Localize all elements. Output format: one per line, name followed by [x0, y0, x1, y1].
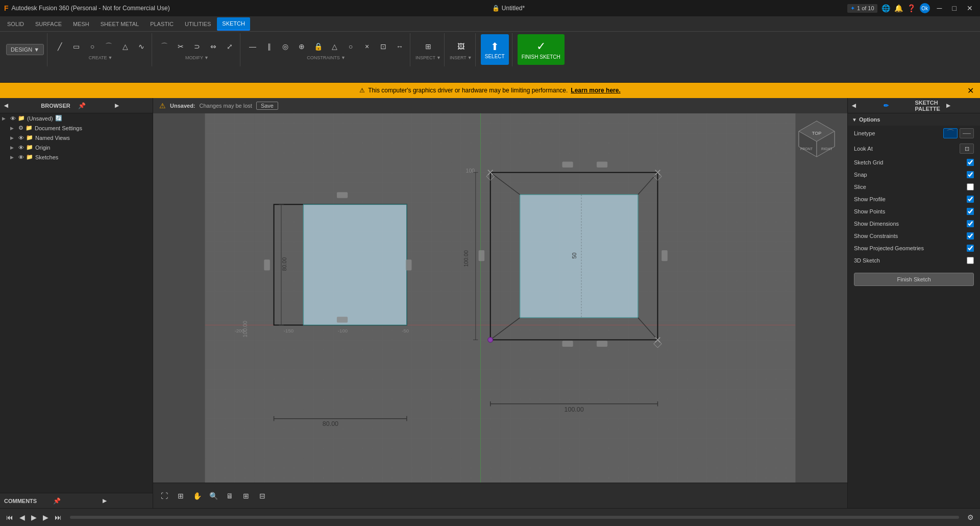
bottom-toolbar: ⛶ ⊞ ✋ 🔍 🖥 ⊞ ⊟	[153, 483, 847, 508]
constraint-concentric-button[interactable]: ◎	[278, 39, 292, 54]
tab-sheet-metal[interactable]: SHEET METAL	[95, 17, 144, 31]
close-button[interactable]: ✕	[964, 3, 976, 13]
inspect-button[interactable]: ⊞	[418, 39, 438, 54]
create-rect-button[interactable]: ▭	[69, 39, 83, 54]
palette-row-slice: Slice	[848, 181, 980, 193]
comments-collapse[interactable]: ▶	[103, 498, 149, 504]
tab-plastic[interactable]: PLASTIC	[145, 17, 179, 31]
modify-mirror-button[interactable]: ⇔	[206, 39, 220, 54]
constraint-perpendicular-button[interactable]: ⊡	[376, 39, 390, 54]
create-spline-button[interactable]: ∿	[134, 39, 149, 54]
tree-item-origin[interactable]: ▶ 👁 📁 Origin	[0, 142, 153, 152]
timeline-first-button[interactable]: ⏮	[4, 512, 15, 522]
finish-sketch-palette-button[interactable]: Finish Sketch	[854, 273, 974, 286]
show-points-checkbox[interactable]	[967, 208, 974, 215]
constraint-parallel-button[interactable]: ↔	[393, 39, 407, 54]
finish-sketch-toolbar-button[interactable]: ✓ FINISH SKETCH	[518, 34, 565, 65]
constraint-symmetric-button[interactable]: ○	[344, 39, 358, 54]
linetype-option-straight[interactable]: —	[960, 128, 974, 138]
constraint-equal-button[interactable]: △	[327, 39, 341, 54]
svg-rect-12	[303, 204, 406, 325]
show-dimensions-checkbox[interactable]	[967, 220, 974, 227]
appearance-toolbar-button[interactable]: ⊟	[255, 489, 270, 503]
modify-offset-button[interactable]: ⊃	[190, 39, 204, 54]
tab-solid[interactable]: SOLID	[2, 17, 29, 31]
show-projected-checkbox[interactable]	[967, 245, 974, 252]
snap-toolbar-button[interactable]: ⛶	[157, 489, 172, 503]
snap-checkbox[interactable]	[967, 171, 974, 178]
tree-item-sketches[interactable]: ▶ 👁 📁 Sketches	[0, 152, 153, 162]
palette-collapse-icon[interactable]: ◀	[852, 103, 881, 108]
look-at-button[interactable]: ⊡	[960, 144, 974, 154]
notification-link[interactable]: Learn more here.	[571, 87, 620, 94]
maximize-button[interactable]: □	[949, 3, 960, 13]
create-circle-button[interactable]: ○	[85, 39, 100, 54]
create-polygon-button[interactable]: △	[118, 39, 132, 54]
eye-icon-sketches[interactable]: 👁	[18, 154, 24, 160]
timeline-next-button[interactable]: ▶	[41, 512, 51, 522]
design-menu-button[interactable]: DESIGN ▼	[6, 44, 44, 55]
folder-icon-origin: 📁	[26, 144, 33, 151]
palette-row-linetype: Linetype ⌒ —	[848, 126, 980, 141]
svg-text:-200: -200	[234, 328, 244, 333]
svg-text:100.00: 100.00	[463, 250, 469, 267]
app-logo: F	[4, 4, 9, 12]
constraint-fix-button[interactable]: 🔒	[311, 39, 325, 54]
tab-surface[interactable]: SURFACE	[30, 17, 67, 31]
browser-panel-header: ◀ BROWSER 📌 ▶	[0, 98, 153, 113]
linetype-option-curved[interactable]: ⌒	[943, 128, 958, 138]
eye-icon-named[interactable]: 👁	[18, 135, 24, 141]
palette-header: ◀ ✏ SKETCH PALETTE ▶	[848, 98, 980, 113]
modify-fillet-button[interactable]: ⌒	[157, 39, 172, 54]
show-profile-checkbox[interactable]	[967, 196, 974, 203]
show-constraints-checkbox[interactable]	[967, 232, 974, 240]
eye-icon-root[interactable]: 👁	[10, 115, 16, 122]
insert-button[interactable]: 🖼	[451, 39, 471, 54]
3d-sketch-checkbox[interactable]	[967, 257, 974, 264]
browser-expand-icon[interactable]: ◀	[4, 103, 38, 108]
display-toolbar-button[interactable]: ⊞	[174, 489, 188, 503]
palette-options-header[interactable]: ▼ Options	[848, 113, 980, 126]
modify-scale-button[interactable]: ⤢	[223, 39, 237, 54]
constraint-coincident-button[interactable]: —	[246, 39, 260, 54]
browser-collapse-icon[interactable]: ▶	[115, 103, 149, 108]
modify-trim-button[interactable]: ✂	[174, 39, 188, 54]
svg-text:-100: -100	[338, 328, 348, 333]
constraint-midpoint-button[interactable]: ⊕	[295, 39, 309, 54]
unsaved-badge: 🔄	[55, 115, 62, 122]
minimize-button[interactable]: ─	[934, 3, 945, 13]
help-icon: ❓	[907, 4, 916, 12]
notification-close-button[interactable]: ✕	[967, 86, 974, 95]
slice-checkbox[interactable]	[967, 183, 974, 190]
tree-item-doc-settings[interactable]: ▶ ⚙ 📁 Document Settings	[0, 123, 153, 133]
view-toolbar-button[interactable]: 🖥	[223, 489, 237, 503]
timeline-last-button[interactable]: ⏭	[53, 512, 64, 522]
constraint-collinear-button[interactable]: ∥	[262, 39, 276, 54]
eye-icon-origin[interactable]: 👁	[18, 145, 24, 151]
save-button[interactable]: Save	[256, 102, 278, 110]
tree-label-named: Named Views	[35, 135, 70, 141]
palette-title: SKETCH PALETTE	[915, 100, 945, 112]
timeline-track[interactable]	[70, 516, 959, 519]
create-arc-button[interactable]: ⌒	[102, 39, 116, 54]
sketch-grid-checkbox[interactable]	[967, 159, 974, 166]
tree-item-named-views[interactable]: ▶ 👁 📁 Named Views	[0, 133, 153, 142]
timeline-settings-button[interactable]: ⚙	[965, 512, 976, 522]
tab-sketch[interactable]: SKETCH	[217, 17, 250, 31]
select-button[interactable]: ⬆ SELECT	[481, 34, 509, 65]
timeline-prev-button[interactable]: ◀	[17, 512, 27, 522]
svg-text:80.00: 80.00	[281, 257, 287, 271]
constraint-tangent-button[interactable]: ×	[360, 39, 374, 54]
zoom-toolbar-button[interactable]: 🔍	[206, 489, 220, 503]
tab-mesh[interactable]: MESH	[68, 17, 94, 31]
comments-pin[interactable]: 📌	[53, 497, 99, 505]
view-cube[interactable]: TOP FRONT RIGHT	[796, 118, 837, 159]
grid-toolbar-button[interactable]: ⊞	[239, 489, 253, 503]
timeline-play-button[interactable]: ▶	[29, 512, 39, 522]
tab-utilities[interactable]: UTILITIES	[180, 17, 216, 31]
browser-pin-icon[interactable]: 📌	[78, 102, 112, 109]
pan-toolbar-button[interactable]: ✋	[190, 489, 204, 503]
palette-pin-icon[interactable]: ▶	[946, 103, 976, 108]
create-line-button[interactable]: ╱	[53, 39, 67, 54]
tree-item-root[interactable]: ▶ 👁 📁 (Unsaved) 🔄	[0, 113, 153, 123]
